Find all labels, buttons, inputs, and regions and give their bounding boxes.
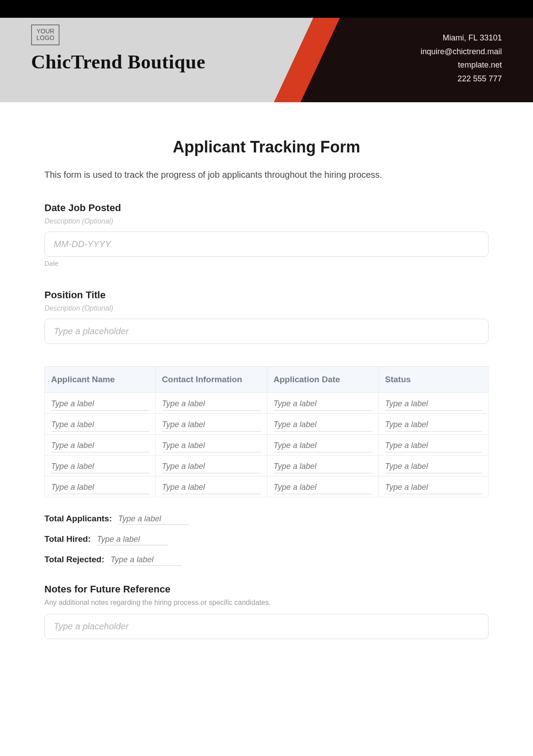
form-body: Applicant Tracking Form This form is use… [0,102,533,657]
field-position-title: Position Title Description (Optional) [44,289,489,344]
table-cell-input[interactable] [162,439,261,452]
table-cell-input[interactable] [162,460,261,473]
header-left: YOUR LOGO ChicTrend Boutique [31,24,205,73]
table-cell [155,476,267,497]
table-cell-input[interactable] [51,397,149,411]
table-cell-input[interactable] [51,418,149,432]
col-status: Status [378,367,488,393]
table-cell [45,393,156,414]
summary-total-hired: Total Hired: [44,534,489,545]
table-cell-input[interactable] [385,481,482,494]
total-hired-label: Total Hired: [44,534,91,544]
total-rejected-input[interactable] [111,554,182,566]
table-cell-input[interactable] [274,460,372,473]
total-rejected-label: Total Rejected: [44,555,104,564]
table-cell [155,393,267,414]
table-cell [45,476,156,497]
table-cell [155,414,267,435]
table-cell-input[interactable] [162,481,261,494]
total-applicants-label: Total Applicants: [44,514,112,524]
col-applicant-name: Applicant Name [45,367,156,393]
contact-site: template.net [421,58,502,72]
table-row [45,456,489,476]
col-contact-info: Contact Information [155,367,267,393]
table-cell-input[interactable] [274,418,372,432]
position-title-input[interactable] [44,319,489,344]
form-description: This form is used to track the progress … [44,170,489,180]
table-cell-input[interactable] [385,439,482,452]
table-cell [45,435,156,456]
notes-input[interactable] [44,614,489,639]
date-posted-hint: Date [44,260,489,267]
table-row [45,476,489,497]
table-cell-input[interactable] [385,418,482,432]
table-cell [267,393,378,414]
summary-total-rejected: Total Rejected: [44,554,489,566]
table-row [45,414,489,435]
logo-placeholder: YOUR LOGO [31,24,60,45]
position-title-label: Position Title [44,289,489,301]
table-cell-input[interactable] [162,418,261,432]
table-cell-input[interactable] [385,397,482,411]
contact-phone: 222 555 777 [421,72,502,86]
header-topbar [0,0,533,18]
company-name: ChicTrend Boutique [31,51,205,73]
applicant-table: Applicant Name Contact Information Appli… [44,366,489,497]
table-cell-input[interactable] [274,397,372,411]
form-title: Applicant Tracking Form [44,138,489,156]
notes-sub: Any additional notes regarding the hirin… [44,599,489,607]
field-date-posted: Date Job Posted Description (Optional) D… [44,202,489,267]
table-cell [267,435,378,456]
table-cell-input[interactable] [51,481,149,494]
table-cell [267,456,378,476]
table-row [45,435,489,456]
table-row [45,393,489,414]
summary-total-applicants: Total Applicants: [44,513,489,525]
table-cell [155,435,267,456]
table-cell [45,456,156,476]
page-header: YOUR LOGO ChicTrend Boutique Miami, FL 3… [0,0,533,102]
contact-block: Miami, FL 33101 inquire@chictrend.mail t… [421,31,502,85]
total-hired-input[interactable] [97,534,168,545]
date-posted-input[interactable] [44,232,489,257]
table-cell [267,476,378,497]
table-cell-input[interactable] [51,439,149,452]
total-applicants-input[interactable] [118,513,189,525]
table-header-row: Applicant Name Contact Information Appli… [45,367,489,393]
table-cell [378,435,488,456]
date-posted-label: Date Job Posted [44,202,489,214]
table-cell [267,414,378,435]
table-cell [378,456,488,476]
table-cell [378,393,488,414]
contact-email: inquire@chictrend.mail [421,45,502,59]
table-cell [155,456,267,476]
notes-title: Notes for Future Reference [44,584,489,595]
table-cell-input[interactable] [385,460,482,473]
col-application-date: Application Date [267,367,378,393]
table-cell-input[interactable] [274,439,372,452]
table-cell-input[interactable] [274,481,372,494]
table-cell [378,476,488,497]
table-cell [378,414,488,435]
date-posted-sub: Description (Optional) [44,217,489,225]
table-cell-input[interactable] [51,460,149,473]
position-title-sub: Description (Optional) [44,304,489,312]
contact-city: Miami, FL 33101 [421,31,502,45]
table-cell [45,414,156,435]
table-cell-input[interactable] [162,397,261,411]
